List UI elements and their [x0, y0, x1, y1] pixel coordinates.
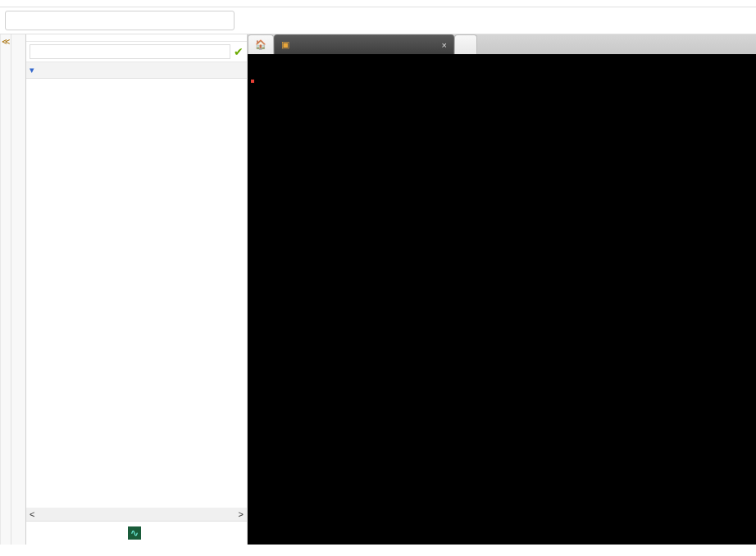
- right-panel: 🏠 ▣ ×: [248, 34, 756, 545]
- close-tab-icon[interactable]: ×: [442, 40, 447, 50]
- sidetabs: [11, 34, 26, 545]
- menubar: [0, 0, 756, 7]
- file-header: ▾: [26, 62, 247, 79]
- path-row: ✔: [26, 42, 247, 62]
- tab-session-active[interactable]: ▣ ×: [274, 34, 454, 54]
- col-name[interactable]: ▾: [30, 65, 193, 75]
- home-icon: 🏠: [255, 39, 266, 50]
- quickconnect-row: [0, 7, 756, 34]
- tab-add[interactable]: [454, 34, 477, 54]
- file-list: [26, 79, 247, 508]
- col-size[interactable]: [193, 65, 244, 75]
- quickconnect-input[interactable]: [5, 11, 235, 30]
- terminal[interactable]: [248, 54, 756, 545]
- monitor-icon: ∿: [128, 526, 141, 540]
- path-input[interactable]: [30, 44, 230, 59]
- hscrollbar[interactable]: <>: [26, 508, 247, 521]
- collapse-left-arrow[interactable]: ≪: [0, 34, 11, 545]
- tab-home[interactable]: 🏠: [248, 34, 274, 54]
- path-ok-icon: ✔: [234, 45, 244, 58]
- terminal-tab-icon: ▣: [281, 39, 289, 50]
- tabbar: 🏠 ▣ ×: [248, 34, 756, 54]
- left-panel: ✔ ▾ <> ∿: [26, 34, 248, 545]
- highlight-box: [251, 80, 254, 83]
- file-toolbar: [26, 34, 247, 42]
- remote-monitoring-button[interactable]: ∿: [26, 521, 247, 545]
